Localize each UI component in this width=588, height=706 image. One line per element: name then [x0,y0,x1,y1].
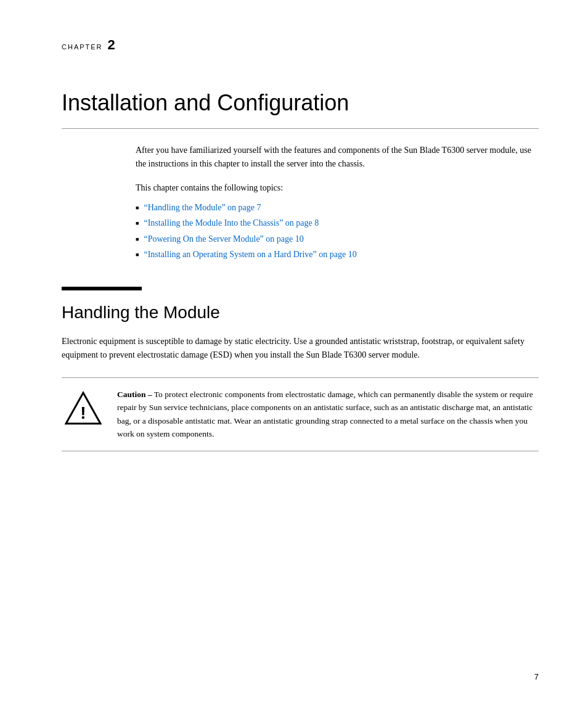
caution-box: ! Caution – To protect electronic compon… [62,377,539,451]
list-item: “Powering On the Server Module” on page … [136,231,539,247]
intro-paragraph: After you have familiarized yourself wit… [136,144,539,171]
section-bar [62,287,142,290]
chapter-rule [62,128,539,129]
topics-label: This chapter contains the following topi… [136,181,539,195]
topic-link-3[interactable]: “Powering On the Server Module” on page … [144,231,303,247]
list-item: “Installing the Module Into the Chassis”… [136,215,539,231]
chapter-title: Installation and Configuration [62,90,539,116]
section-paragraph: Electronic equipment is susceptible to d… [62,335,539,363]
chapter-label: Chapter 2 [62,37,539,53]
svg-text:!: ! [80,403,86,422]
list-item: “Installing an Operating System on a Har… [136,247,539,262]
page-number: 7 [534,672,539,681]
topic-link-1[interactable]: “Handling the Module” on page 7 [144,200,261,215]
section-title: Handling the Module [62,303,539,322]
list-item: “Handling the Module” on page 7 [136,200,539,215]
page: Chapter 2 Installation and Configuration… [0,0,588,706]
topic-list: “Handling the Module” on page 7 “Install… [136,200,539,262]
chapter-number: 2 [108,37,115,53]
topic-link-4[interactable]: “Installing an Operating System on a Har… [144,247,356,262]
caution-body: To protect electronic components from el… [117,390,533,439]
topic-link-2[interactable]: “Installing the Module Into the Chassis”… [144,215,319,231]
caution-triangle-icon: ! [65,390,102,427]
caution-label: Caution – [117,390,152,399]
chapter-word: Chapter [62,43,103,51]
caution-icon: ! [62,388,105,427]
caution-text: Caution – To protect electronic componen… [117,388,539,441]
